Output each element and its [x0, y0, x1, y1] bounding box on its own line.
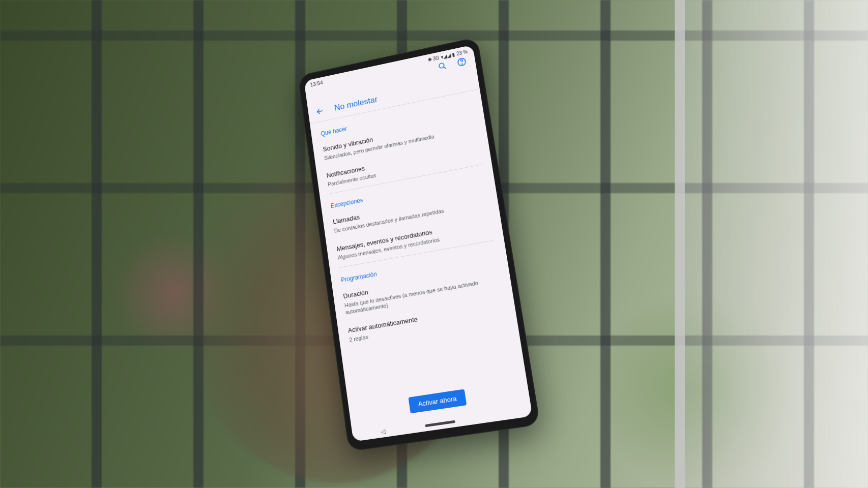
activate-now-button[interactable]: Activar ahora: [408, 389, 467, 413]
svg-point-0: [439, 63, 444, 68]
help-icon[interactable]: [455, 55, 468, 68]
nav-back-icon[interactable]: ◁: [380, 428, 386, 435]
window-frame: [675, 0, 868, 488]
search-icon[interactable]: [436, 59, 448, 72]
svg-point-3: [461, 64, 462, 65]
svg-line-1: [444, 67, 446, 69]
nav-spacer: [496, 414, 502, 415]
nav-home-pill[interactable]: [425, 420, 455, 427]
settings-content[interactable]: Qué hacer Sonido y vibración Silenciados…: [310, 89, 525, 398]
back-icon[interactable]: [314, 105, 326, 118]
